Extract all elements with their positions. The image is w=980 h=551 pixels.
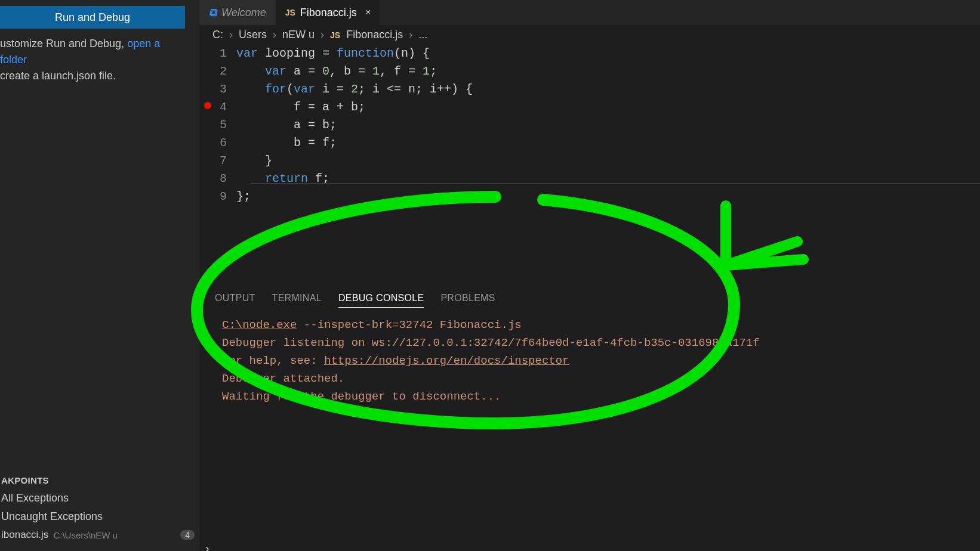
sidebar-description: ustomize Run and Debug, open a folder cr… [0, 29, 190, 84]
debug-console-output[interactable]: C:\node.exe --inspect-brk=32742 Fibonacc… [199, 308, 980, 414]
line-number: 1 [199, 45, 227, 63]
line-number: 3 [199, 81, 227, 98]
line-number: 5 [199, 116, 227, 134]
breakpoint-file-item[interactable]: ibonacci.js C:\Users\nEW u 4 [1, 526, 195, 544]
line-gutter: 1 2 3 4 5 6 7 8 9 [199, 45, 236, 206]
code-content[interactable]: var looping = function(n) { var a = 0, b… [236, 45, 473, 206]
breadcrumb-file[interactable]: Fibonacci.js [346, 29, 403, 41]
run-and-debug-button[interactable]: Run and Debug [0, 6, 185, 29]
js-file-icon: JS [285, 8, 295, 17]
console-help-link[interactable]: https://nodejs.org/en/docs/inspector [324, 354, 569, 367]
line-number: 6 [199, 134, 227, 152]
selection-divider [251, 183, 980, 184]
line-number: 9 [199, 188, 227, 206]
console-node-path[interactable]: C:\node.exe [222, 318, 297, 332]
breakpoint-line-badge: 4 [180, 530, 195, 540]
breadcrumb[interactable]: C:› Users› nEW u› JS Fibonacci.js› ... [199, 25, 980, 45]
tab-fibonacci-label: Fibonacci.js [300, 7, 357, 19]
console-text: Debugger listening on ws://127.0.0.1:327… [222, 334, 957, 352]
console-text: For help, see: [222, 354, 324, 367]
breadcrumb-dots[interactable]: ... [418, 29, 427, 41]
statusbar: › [199, 545, 215, 551]
panel-tabs: OUTPUT TERMINAL DEBUG CONSOLE PROBLEMS [199, 289, 980, 308]
breakpoints-header[interactable]: AKPOINTS [1, 472, 195, 489]
chevron-right-icon[interactable]: › [199, 541, 215, 552]
tab-terminal[interactable]: TERMINAL [272, 289, 322, 308]
breakpoint-file-name: ibonacci.js [1, 529, 48, 541]
breadcrumb-users[interactable]: Users [239, 29, 267, 41]
tab-problems[interactable]: PROBLEMS [440, 289, 495, 308]
js-file-icon: JS [330, 30, 340, 40]
chevron-right-icon: › [320, 29, 324, 41]
tab-debug-console[interactable]: DEBUG CONSOLE [338, 289, 424, 308]
line-number: 7 [199, 152, 227, 170]
breadcrumb-c[interactable]: C: [212, 29, 223, 41]
breadcrumb-user[interactable]: nEW u [282, 29, 315, 41]
editor-tabs: ⧉ Welcome JS Fibonacci.js × [199, 0, 980, 25]
breakpoint-uncaught-exceptions[interactable]: Uncaught Exceptions [1, 507, 195, 526]
breakpoint-file-path: C:\Users\nEW u [53, 530, 118, 540]
tab-welcome[interactable]: ⧉ Welcome [199, 0, 276, 25]
code-editor[interactable]: 1 2 3 4 5 6 7 8 9 var looping = function… [199, 45, 980, 206]
debug-sidebar: Run and Debug ustomize Run and Debug, op… [0, 0, 199, 551]
chevron-right-icon: › [229, 29, 233, 41]
tab-output[interactable]: OUTPUT [215, 289, 255, 308]
tab-welcome-label: Welcome [221, 7, 266, 19]
vscode-icon: ⧉ [209, 7, 217, 19]
console-text: --inspect-brk=32742 Fibonacci.js [297, 318, 521, 332]
tab-fibonacci[interactable]: JS Fibonacci.js × [276, 0, 381, 25]
console-text: Waiting for the debugger to disconnect..… [222, 388, 957, 405]
close-icon[interactable]: × [365, 7, 371, 18]
console-text: Debugger attached. [222, 370, 957, 388]
chevron-right-icon: › [273, 29, 276, 41]
line-number: 2 [199, 63, 227, 81]
breakpoint-dot-icon[interactable] [204, 102, 211, 109]
desc-text: ustomize Run and Debug, [0, 38, 127, 49]
chevron-right-icon: › [409, 29, 412, 41]
line-number: 8 [199, 170, 227, 188]
desc-text-2: create a launch.json file. [0, 70, 116, 82]
line-number: 4 [199, 98, 227, 116]
breakpoint-all-exceptions[interactable]: All Exceptions [1, 489, 195, 507]
